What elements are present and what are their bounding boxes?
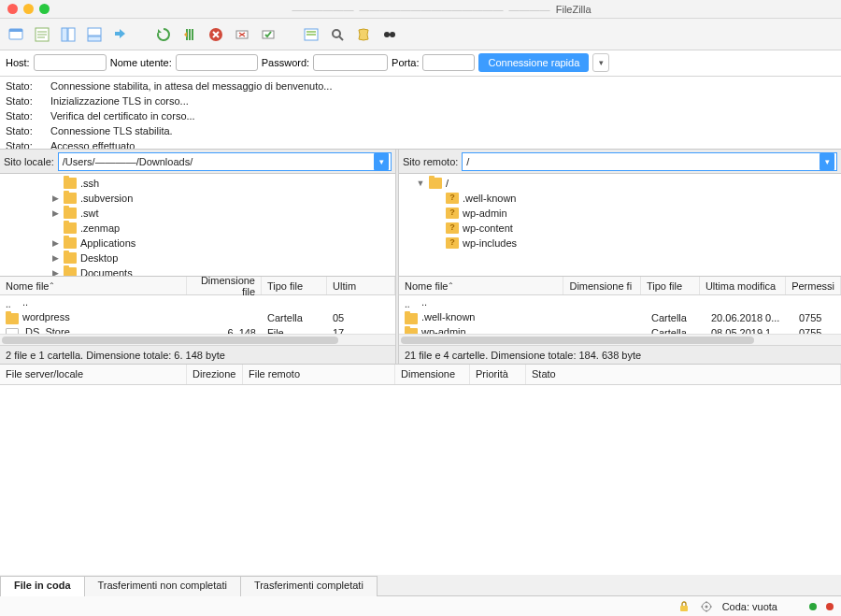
- col-size[interactable]: Dimensione file: [187, 277, 262, 294]
- local-file-list[interactable]: ..wordpressCartella05.DS_Store6. 148File…: [0, 295, 395, 334]
- col-name[interactable]: Nome file: [0, 277, 187, 294]
- lock-icon: [677, 600, 691, 613]
- main-toolbar: [0, 19, 841, 50]
- expand-toggle[interactable]: ▶: [50, 208, 60, 218]
- file-row[interactable]: .well-knownCartella20.06.2018 0...0755: [399, 310, 841, 325]
- username-input[interactable]: [176, 54, 258, 71]
- expand-toggle[interactable]: ▶: [50, 268, 60, 277]
- folder-icon: [64, 252, 77, 264]
- file-row[interactable]: wp-adminCartella08.05.2019 1...0755: [399, 325, 841, 334]
- filter-icon[interactable]: [301, 24, 321, 45]
- remote-path-combobox[interactable]: / ▾: [462, 152, 837, 171]
- password-input[interactable]: [313, 54, 388, 71]
- quickconnect-bar: Host: Nome utente: Password: Porta: Conn…: [0, 50, 841, 77]
- tree-item[interactable]: ▶.subversion: [0, 191, 395, 206]
- file-row[interactable]: ..: [399, 295, 841, 310]
- svg-rect-8: [88, 28, 101, 36]
- local-list-header: Nome file Dimensione file Tipo file Ulti…: [0, 277, 395, 295]
- refresh-icon[interactable]: [153, 24, 174, 45]
- minimize-window-button[interactable]: [23, 4, 34, 14]
- folder-icon: [446, 208, 459, 219]
- tab-successful[interactable]: Trasferimenti completati: [240, 576, 378, 596]
- remote-folder-tree[interactable]: ▼/.well-knownwp-adminwp-contentwp-includ…: [399, 174, 841, 277]
- main-split: .ssh▶.subversion▶.swt.zenmap▶Application…: [0, 174, 841, 365]
- disconnect-icon[interactable]: [232, 24, 252, 45]
- svg-rect-7: [68, 28, 75, 41]
- col-name[interactable]: Nome file: [399, 277, 563, 294]
- tree-item[interactable]: .well-known: [399, 191, 841, 206]
- tree-item-label: wp-content: [463, 222, 513, 234]
- remote-scrollbar[interactable]: [399, 334, 841, 345]
- file-modified: 05: [327, 312, 383, 323]
- tree-item[interactable]: wp-includes: [399, 236, 841, 251]
- file-name: .well-known: [421, 311, 475, 322]
- expand-toggle[interactable]: ▶: [50, 253, 60, 263]
- tree-item[interactable]: wp-admin: [399, 206, 841, 221]
- site-manager-icon[interactable]: [6, 24, 26, 45]
- qh-remotefile[interactable]: File remoto: [243, 365, 395, 384]
- host-input[interactable]: [34, 54, 107, 71]
- folder-icon: [64, 267, 77, 277]
- zoom-window-button[interactable]: [39, 4, 50, 14]
- chevron-down-icon[interactable]: ▾: [820, 153, 834, 170]
- queue-status-text: Coda: vuota: [722, 601, 777, 612]
- tree-item[interactable]: ▶Desktop: [0, 251, 395, 265]
- expand-toggle[interactable]: ▶: [50, 193, 60, 203]
- chevron-down-icon[interactable]: ▾: [374, 153, 389, 170]
- process-queue-icon[interactable]: [179, 24, 200, 45]
- local-path-label: Sito locale:: [4, 156, 54, 167]
- local-path-combobox[interactable]: /Users/————/Downloads/ ▾: [58, 152, 392, 171]
- col-type[interactable]: Tipo file: [262, 277, 327, 294]
- svg-rect-1: [9, 29, 22, 32]
- local-scrollbar[interactable]: [0, 334, 395, 345]
- qh-direction[interactable]: Direzione: [187, 365, 243, 384]
- tree-item-label: /: [446, 178, 449, 189]
- col-size[interactable]: Dimensione fi: [563, 277, 641, 294]
- qh-size[interactable]: Dimensione: [395, 365, 470, 384]
- close-window-button[interactable]: [7, 4, 18, 14]
- tab-failed[interactable]: Trasferimenti non completati: [84, 576, 241, 596]
- gear-icon[interactable]: [700, 600, 713, 613]
- col-modified[interactable]: Ultima modifica: [700, 277, 786, 294]
- tree-item[interactable]: wp-content: [399, 221, 841, 236]
- col-modified[interactable]: Ultim: [327, 277, 395, 294]
- tree-item[interactable]: .zenmap: [0, 221, 395, 236]
- queue-tabs: File in coda Trasferimenti non completat…: [0, 575, 841, 595]
- svg-point-16: [333, 30, 340, 37]
- message-log[interactable]: Stato:Connessione stabilita, in attesa d…: [0, 77, 841, 150]
- tree-item[interactable]: ▼/: [399, 176, 841, 191]
- find-icon[interactable]: [379, 24, 400, 45]
- search-icon[interactable]: [327, 24, 348, 45]
- tree-item[interactable]: ▶.swt: [0, 206, 395, 221]
- compare-icon[interactable]: [353, 24, 374, 45]
- remote-file-list[interactable]: ...well-knownCartella20.06.2018 0...0755…: [399, 295, 841, 334]
- col-permissions[interactable]: Permessi: [786, 277, 841, 294]
- tree-item[interactable]: .ssh: [0, 176, 395, 191]
- tree-item[interactable]: ▶Applications: [0, 236, 395, 251]
- reconnect-icon[interactable]: [258, 24, 278, 45]
- tab-queued[interactable]: File in coda: [0, 576, 85, 596]
- qh-status[interactable]: Stato: [526, 365, 841, 384]
- qh-priority[interactable]: Priorità: [470, 365, 526, 384]
- queue-body[interactable]: [0, 385, 841, 575]
- expand-toggle[interactable]: ▶: [50, 238, 60, 248]
- qh-serverfile[interactable]: File server/locale: [0, 365, 187, 384]
- svg-line-17: [339, 36, 343, 40]
- file-row[interactable]: ..: [0, 295, 395, 310]
- log-label: Stato:: [6, 95, 41, 107]
- expand-toggle[interactable]: ▼: [416, 179, 425, 188]
- log-message: Verifica del certificato in corso...: [50, 110, 195, 122]
- port-input[interactable]: [422, 54, 475, 71]
- sync-browse-icon[interactable]: [110, 24, 131, 45]
- tree-item-label: .zenmap: [80, 222, 120, 234]
- file-row[interactable]: .DS_Store6. 148File17.: [0, 325, 395, 334]
- quickconnect-button[interactable]: Connessione rapida: [478, 53, 589, 72]
- local-folder-tree[interactable]: .ssh▶.subversion▶.swt.zenmap▶Application…: [0, 174, 395, 277]
- cancel-icon[interactable]: [206, 24, 226, 45]
- quickconnect-history-dropdown[interactable]: [592, 53, 609, 72]
- col-type[interactable]: Tipo file: [641, 277, 700, 294]
- file-row[interactable]: wordpressCartella05: [0, 310, 395, 325]
- toggle-tree-icon[interactable]: [58, 24, 78, 45]
- toggle-log-icon[interactable]: [32, 24, 52, 45]
- toggle-queue-icon[interactable]: [84, 24, 105, 45]
